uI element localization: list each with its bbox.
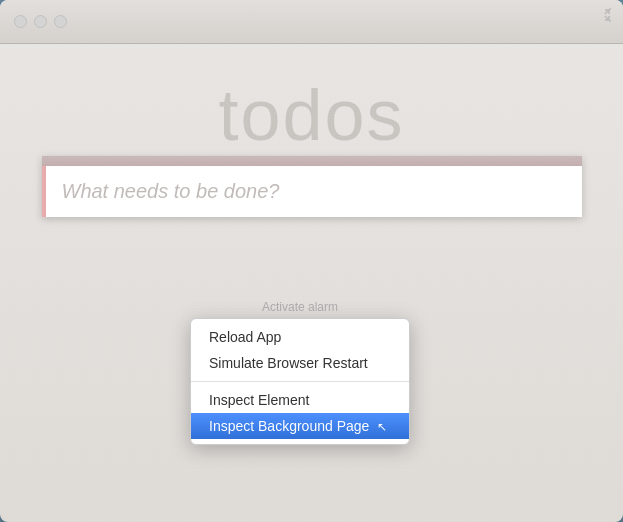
todo-input-area: What needs to be done? — [42, 156, 582, 217]
menu-item-reload-app[interactable]: Reload App — [191, 324, 409, 350]
main-content: todos What needs to be done? — [0, 44, 623, 237]
input-placeholder[interactable]: What needs to be done? — [62, 180, 280, 203]
resize-icon — [597, 8, 613, 24]
maximize-button[interactable] — [54, 15, 67, 28]
context-menu-section-2: Inspect Element Inspect Background Page … — [191, 381, 409, 444]
context-menu-container: Activate alarm Reload App Simulate Brows… — [190, 300, 410, 445]
context-label: Activate alarm — [190, 300, 410, 314]
minimize-button[interactable] — [34, 15, 47, 28]
context-menu-section-1: Reload App Simulate Browser Restart — [191, 319, 409, 381]
input-bar-decoration — [42, 156, 582, 166]
cursor-indicator: ↖ — [377, 420, 387, 434]
app-window: todos What needs to be done? Activate al… — [0, 0, 623, 522]
menu-item-inspect-background-page[interactable]: Inspect Background Page ↖ — [191, 413, 409, 439]
menu-item-simulate-restart[interactable]: Simulate Browser Restart — [191, 350, 409, 376]
context-menu: Reload App Simulate Browser Restart Insp… — [190, 318, 410, 445]
input-row: What needs to be done? — [42, 166, 582, 217]
app-title: todos — [218, 74, 404, 156]
menu-item-inspect-element[interactable]: Inspect Element — [191, 387, 409, 413]
traffic-lights — [14, 15, 67, 28]
close-button[interactable] — [14, 15, 27, 28]
title-bar — [0, 0, 623, 44]
